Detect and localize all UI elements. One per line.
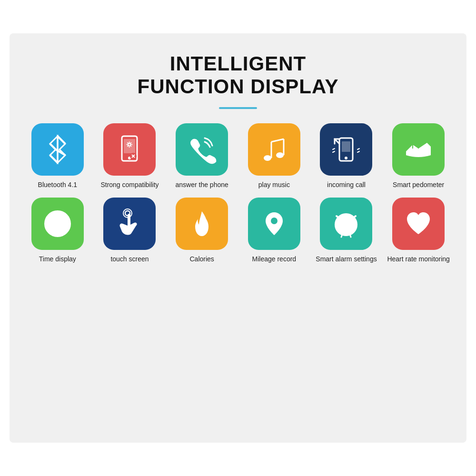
page-title: INTELLIGENT FUNCTION DISPLAY: [138, 52, 339, 99]
answer-phone-icon-box: [176, 123, 228, 176]
touch-screen-label: touch screen: [110, 255, 149, 263]
calories-label: Calories: [189, 255, 214, 263]
feature-answer-phone: answer the phone: [168, 123, 236, 189]
feature-calories: Calories: [168, 198, 236, 263]
calories-icon-box: [176, 198, 228, 250]
feature-mileage: Mileage record: [240, 198, 308, 263]
play-music-label: play music: [258, 180, 290, 189]
feature-incoming-call: incoming call: [313, 123, 380, 189]
main-container: INTELLIGENT FUNCTION DISPLAY Bluetooth 4…: [10, 33, 466, 443]
bluetooth-label: Bluetooth 4.1: [38, 180, 78, 189]
play-music-icon-box: [248, 123, 300, 176]
svg-line-0: [58, 136, 65, 144]
alarm-icon-box: [320, 198, 372, 250]
heart-rate-icon-box: [392, 198, 445, 250]
feature-pedometer: Smart pedometer: [385, 123, 452, 189]
svg-line-13: [271, 139, 284, 142]
svg-point-16: [345, 157, 347, 159]
features-grid: Bluetooth 4.1 Strong compatibility answe…: [24, 123, 452, 263]
heart-rate-label: Heart rate monitoring: [387, 255, 450, 263]
svg-point-21: [125, 211, 130, 216]
svg-line-3: [50, 144, 56, 149]
svg-rect-15: [342, 141, 350, 152]
pedometer-label: Smart pedometer: [393, 180, 444, 189]
mileage-icon-box: [248, 198, 300, 250]
incoming-call-icon-box: [320, 123, 372, 176]
feature-heart-rate: Heart rate monitoring: [385, 198, 452, 263]
svg-line-2: [50, 155, 58, 163]
svg-point-23: [271, 218, 278, 224]
pedometer-icon-box: [392, 123, 445, 176]
time-display-icon-box: [31, 198, 84, 250]
feature-alarm: Smart alarm settings: [313, 198, 380, 263]
feature-touch-screen: touch screen: [96, 198, 164, 263]
answer-phone-label: answer the phone: [176, 180, 228, 189]
title-divider: [219, 107, 257, 109]
feature-bluetooth: Bluetooth 4.1: [24, 123, 91, 189]
touch-screen-icon-box: [103, 198, 156, 250]
mileage-label: Mileage record: [252, 255, 297, 263]
svg-point-9: [264, 155, 271, 161]
feature-play-music: play music: [240, 123, 308, 189]
incoming-call-label: incoming call: [327, 180, 366, 189]
compatibility-icon-box: [103, 123, 156, 176]
alarm-label: Smart alarm settings: [316, 255, 377, 263]
svg-point-10: [276, 152, 284, 158]
time-display-label: Time display: [39, 255, 76, 263]
compatibility-label: Strong compatibility: [100, 180, 159, 189]
feature-time-display: Time display: [24, 198, 91, 263]
feature-compatibility: Strong compatibility: [96, 123, 164, 189]
bluetooth-icon-box: [31, 123, 84, 176]
